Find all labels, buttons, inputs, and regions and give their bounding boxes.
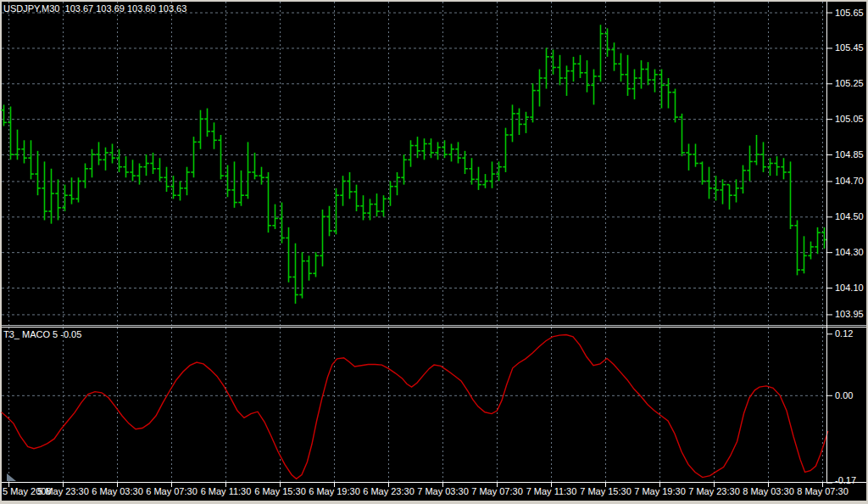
price-axis-label: 104.10 [835, 283, 864, 293]
indicator-axis-label: 0.12 [835, 328, 853, 339]
indicator-title: T3_ MACO 5 -0.05 [3, 329, 81, 339]
time-axis-label: 6 May 19:30 [309, 486, 360, 496]
price-axis-label: 104.30 [835, 247, 864, 257]
time-axis-label: 5 May 23:30 [37, 486, 89, 496]
time-axis-label: 6 May 11:30 [201, 486, 252, 496]
price-axis-label: 104.70 [835, 176, 864, 186]
price-axis-label: 105.25 [835, 78, 864, 88]
symbol-title: USDJPY,M30 103.67 103.69 103.60 103.63 [3, 3, 186, 14]
time-axis-label: 8 May 07:30 [797, 486, 849, 496]
time-axis-label: 6 May 07:30 [146, 486, 198, 496]
time-axis-label: 7 May 15:30 [580, 486, 632, 496]
price-axis-label: 104.85 [835, 149, 864, 160]
time-axis-label: 6 May 03:30 [92, 486, 143, 496]
time-axis-label: 8 May 03:30 [743, 486, 794, 496]
time-axis-label: 7 May 03:30 [417, 486, 469, 496]
time-axis-label: 7 May 23:30 [688, 486, 740, 496]
time-axis-label: 7 May 11:30 [526, 486, 577, 496]
time-axis-label: 7 May 07:30 [471, 486, 523, 496]
price-axis-label: 103.95 [835, 309, 864, 319]
price-axis-label: 104.50 [835, 211, 864, 221]
indicator-axis-label: 0.00 [835, 390, 853, 400]
price-axis-label: 105.45 [835, 42, 864, 53]
price-axis-label: 105.05 [835, 114, 864, 124]
time-axis-label: 6 May 23:30 [363, 486, 415, 496]
time-axis-label: 7 May 19:30 [634, 486, 686, 496]
price-axis-label: 105.65 [835, 8, 864, 18]
time-axis-label: 6 May 15:30 [254, 486, 306, 496]
indicator-axis-label: -0.17 [835, 475, 856, 485]
chart-window: 105.65105.45105.25105.05104.85104.70104.… [0, 0, 868, 504]
chart-canvas[interactable]: 105.65105.45105.25105.05104.85104.70104.… [0, 0, 868, 504]
